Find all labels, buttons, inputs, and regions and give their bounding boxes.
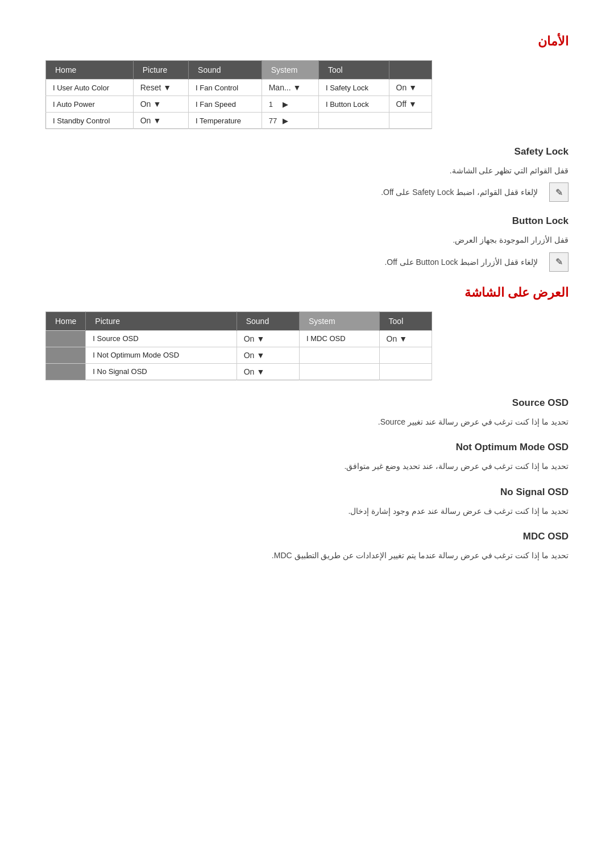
table-row: I User Auto Color Reset ▼ I Fan Control … bbox=[46, 80, 432, 96]
button-lock-subsection: Button Lock قفل الأزرار الموجودة بجهاز ا… bbox=[45, 215, 569, 271]
col3-label: I Button Lock bbox=[318, 96, 389, 113]
button-lock-title: Button Lock bbox=[45, 215, 569, 227]
mdc-osd-desc: تحديد ما إذا كنت ترغب في عرض رسالة عندما… bbox=[45, 549, 569, 562]
no-signal-desc: تحديد ما إذا كنت ترغب ف عرض رسالة عند عد… bbox=[45, 505, 569, 517]
safety-lock-desc1: قفل القوائم التي تظهر على الشاشة. bbox=[45, 164, 569, 177]
no-signal-subsection: No Signal OSD تحديد ما إذا كنت ترغب ف عر… bbox=[45, 487, 569, 517]
tab2-tool[interactable]: Tool bbox=[379, 312, 432, 330]
mdc-osd-title: MDC OSD bbox=[45, 531, 569, 542]
col2-label: I Temperature bbox=[189, 113, 262, 129]
col3-empty2 bbox=[389, 113, 432, 129]
col1-label: I Auto Power bbox=[46, 96, 134, 113]
safety-lock-edit-icon[interactable]: ✎ bbox=[549, 182, 569, 202]
not-optimum-desc: تحديد ما إذا كنت ترغب في عرض رسالة، عند … bbox=[45, 460, 569, 472]
col3-empty2 bbox=[379, 363, 432, 380]
source-osd-title: Source OSD bbox=[45, 397, 569, 409]
source-osd-subsection: Source OSD تحديد ما إذا كنت ترغب في عرض … bbox=[45, 397, 569, 428]
button-lock-edit-icon[interactable]: ✎ bbox=[549, 252, 569, 272]
mdc-osd-dropdown[interactable]: On ▼ bbox=[379, 330, 432, 347]
not-optimum-title: Not Optimum Mode OSD bbox=[45, 442, 569, 453]
not-optimum-subsection: Not Optimum Mode OSD تحديد ما إذا كنت تر… bbox=[45, 442, 569, 472]
tab-tool[interactable]: Tool bbox=[318, 61, 389, 80]
table-row: I Standby Control On ▼ I Temperature 77 … bbox=[46, 113, 432, 129]
security-section: الأمان Home Picture Sound System Tool I … bbox=[45, 34, 569, 272]
col2-empty bbox=[300, 347, 380, 363]
col2-dropdown[interactable]: Man... ▼ bbox=[262, 80, 318, 96]
no-signal-title: No Signal OSD bbox=[45, 487, 569, 498]
tab-sound[interactable]: Sound bbox=[189, 61, 262, 80]
no-signal-dropdown[interactable]: On ▼ bbox=[237, 363, 299, 380]
row-indicator bbox=[46, 363, 86, 380]
source-osd-dropdown[interactable]: On ▼ bbox=[237, 330, 299, 347]
row-indicator bbox=[46, 347, 86, 363]
mdc-osd-label: I MDC OSD bbox=[300, 330, 380, 347]
tab-picture[interactable]: Picture bbox=[133, 61, 188, 80]
source-osd-desc: تحديد ما إذا كنت ترغب في عرض رسالة عند ت… bbox=[45, 416, 569, 428]
button-lock-icon-row: لإلغاء قفل الأزرار اضبط Button Lock على … bbox=[45, 252, 569, 272]
tab-system[interactable]: System bbox=[262, 61, 318, 80]
row-indicator bbox=[46, 330, 86, 347]
button-lock-desc1: قفل الأزرار الموجودة بجهاز العرض. bbox=[45, 234, 569, 246]
tab2-picture[interactable]: Picture bbox=[86, 312, 237, 330]
not-optimum-label: I Not Optimum Mode OSD bbox=[86, 347, 237, 363]
table-row: I Source OSD On ▼ I MDC OSD On ▼ bbox=[46, 330, 432, 347]
col1-dropdown[interactable]: On ▼ bbox=[133, 96, 188, 113]
col2-value[interactable]: 1 ▶ bbox=[262, 96, 318, 113]
col3-empty bbox=[318, 113, 389, 129]
onscreen-section: العرض على الشاشة Home Picture Sound Syst… bbox=[45, 285, 569, 562]
no-signal-label: I No Signal OSD bbox=[86, 363, 237, 380]
safety-lock-desc2: لإلغاء قفل القوائم، اضبط Safety Lock على… bbox=[381, 188, 538, 197]
col3-label: I Safety Lock bbox=[318, 80, 389, 96]
tab-empty bbox=[389, 61, 432, 80]
security-heading: الأمان bbox=[45, 34, 569, 49]
safety-lock-icon-row: لإلغاء قفل القوائم، اضبط Safety Lock على… bbox=[45, 182, 569, 202]
col1-label: I Standby Control bbox=[46, 113, 134, 129]
button-lock-desc2: لإلغاء قفل الأزرار اضبط Button Lock على … bbox=[384, 258, 538, 267]
col3-empty bbox=[379, 347, 432, 363]
col1-dropdown[interactable]: Reset ▼ bbox=[133, 80, 188, 96]
tab2-home[interactable]: Home bbox=[46, 312, 86, 330]
table-row: I Not Optimum Mode OSD On ▼ bbox=[46, 347, 432, 363]
security-table: Home Picture Sound System Tool I User Au… bbox=[45, 60, 432, 129]
source-osd-label: I Source OSD bbox=[86, 330, 237, 347]
onscreen-heading: العرض على الشاشة bbox=[45, 285, 569, 300]
col2-label: I Fan Control bbox=[189, 80, 262, 96]
mdc-osd-subsection: MDC OSD تحديد ما إذا كنت ترغب في عرض رسا… bbox=[45, 531, 569, 562]
tab-home[interactable]: Home bbox=[46, 61, 134, 80]
col3-dropdown[interactable]: Off ▼ bbox=[389, 96, 432, 113]
onscreen-table: Home Picture Sound System Tool I Source … bbox=[45, 312, 432, 380]
col2-empty2 bbox=[300, 363, 380, 380]
col1-dropdown[interactable]: On ▼ bbox=[133, 113, 188, 129]
safety-lock-subsection: Safety Lock قفل القوائم التي تظهر على ال… bbox=[45, 146, 569, 202]
safety-lock-title: Safety Lock bbox=[45, 146, 569, 157]
col2-value[interactable]: 77 ▶ bbox=[262, 113, 318, 129]
tab2-sound[interactable]: Sound bbox=[237, 312, 299, 330]
table-row: I Auto Power On ▼ I Fan Speed 1 ▶ I Butt… bbox=[46, 96, 432, 113]
col3-dropdown[interactable]: On ▼ bbox=[389, 80, 432, 96]
not-optimum-dropdown[interactable]: On ▼ bbox=[237, 347, 299, 363]
tab2-system[interactable]: System bbox=[300, 312, 380, 330]
col2-label: I Fan Speed bbox=[189, 96, 262, 113]
table-row: I No Signal OSD On ▼ bbox=[46, 363, 432, 380]
col1-label: I User Auto Color bbox=[46, 80, 134, 96]
